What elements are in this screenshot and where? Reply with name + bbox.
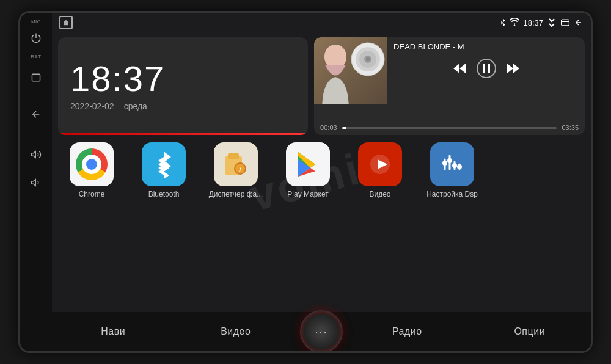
bottom-bar: Нави Видео ··· Радио Опции [52,312,591,351]
play-pause-button[interactable] [477,59,496,78]
rst-label: RST [31,54,42,59]
app-bluetooth[interactable]: Bluetooth [130,142,197,198]
power-button[interactable] [25,27,47,49]
play-store-label: Play Маркет [274,190,342,198]
svg-point-30 [447,158,452,163]
widgets-row: 18:37 2022-02-02 среда [58,37,585,135]
app-files[interactable]: ♪ Диспетчер фа... [202,142,269,198]
app-dsp[interactable]: Настройка Dsp [419,142,486,198]
volume-up-button[interactable] [25,144,47,166]
progress-bar[interactable] [342,127,557,129]
files-icon: ♪ [214,142,258,186]
status-left [59,16,73,29]
music-title: DEAD BLONDE - М [393,42,579,51]
bluetooth-label: Bluetooth [130,190,197,198]
chrome-icon [70,142,114,186]
svg-point-29 [442,161,447,166]
bluetooth-status-icon [499,18,507,27]
clock-time: 18:37 [70,61,296,96]
nav-back-icon [574,18,584,27]
apps-grid: Chrome Bluetooth [58,140,585,201]
music-widget[interactable]: DEAD BLONDE - М [314,37,585,135]
status-home-btn[interactable] [59,16,73,29]
svg-marker-17 [513,64,519,73]
svg-rect-19 [228,153,239,159]
main-content: 18:37 2022-02-02 среда [52,32,591,310]
nav-options-button[interactable]: Опции [469,312,591,351]
app-play-store[interactable]: Play Маркет [274,142,342,198]
window-icon [560,18,570,27]
music-info: DEAD BLONDE - М [387,37,585,120]
app-chrome[interactable]: Chrome [58,142,125,198]
svg-marker-12 [453,64,459,73]
wifi-status-icon [510,18,519,27]
clock-day-value: среда [124,101,147,111]
video-label: Видео [346,190,414,198]
svg-point-32 [457,164,462,169]
music-progress[interactable]: 00:03 03:35 [314,120,585,135]
svg-rect-15 [488,64,490,73]
apps-dots-icon: ··· [315,326,327,338]
svg-marker-16 [507,64,513,73]
current-time: 00:03 [320,124,337,131]
svg-rect-14 [483,64,485,73]
svg-rect-0 [32,74,40,81]
svg-point-31 [452,163,457,168]
status-icons [499,18,519,27]
svg-marker-13 [459,64,466,73]
svg-point-11 [366,57,370,61]
total-time: 03:35 [562,124,579,131]
main-screen: 18:37 18 [52,13,591,351]
svg-text:♪: ♪ [238,165,242,173]
expand-icon [547,18,557,27]
chrome-label: Chrome [58,190,125,198]
prev-button[interactable] [452,62,467,75]
back-button[interactable] [25,103,47,125]
volume-down-button[interactable] [25,172,47,194]
home-button[interactable] [25,67,47,89]
music-top: DEAD BLONDE - М [314,37,585,120]
clock-date-value: 2022-02-02 [70,101,114,111]
clock-widget: 18:37 2022-02-02 среда [58,37,308,135]
svg-marker-1 [32,151,36,158]
mic-label: MIC [31,19,41,24]
video-icon [358,142,402,186]
status-bar: 18:37 [52,13,591,32]
nav-navi-button[interactable]: Нави [52,312,175,351]
play-store-icon [286,142,330,186]
nav-video-button[interactable]: Видео [175,312,298,351]
svg-rect-3 [562,20,569,26]
music-controls [393,59,579,78]
nav-radio-button[interactable]: Радио [346,312,469,351]
status-time: 18:37 [523,18,543,27]
music-album-art [314,37,387,104]
apps-center-button[interactable]: ··· [300,310,343,353]
status-right: 18:37 [499,18,584,27]
svg-marker-2 [32,180,36,186]
files-label: Диспетчер фа... [202,190,269,198]
bluetooth-icon [142,142,186,186]
app-video[interactable]: Видео [346,142,414,198]
clock-date: 2022-02-02 среда [70,101,296,111]
next-button[interactable] [506,62,521,75]
progress-fill [342,127,346,129]
left-sidebar: MIC RST [20,13,52,351]
dsp-icon [430,142,474,186]
device-frame: vomi MIC RST [18,11,593,353]
dsp-label: Настройка Dsp [419,190,486,198]
